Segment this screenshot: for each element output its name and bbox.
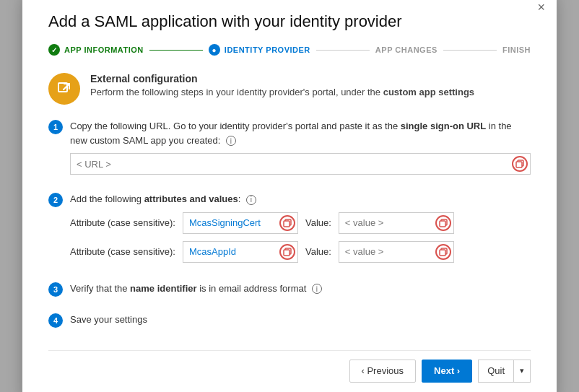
step-row-2: 2 Add the following attributes and value…: [48, 192, 531, 270]
close-button[interactable]: ×: [537, 1, 545, 14]
value-label-2: Value:: [305, 246, 331, 257]
attr-input-wrap-2: [183, 241, 298, 263]
svg-rect-5: [284, 250, 290, 256]
url-input-wrapper: [70, 153, 531, 175]
step-text-1: Copy the following URL. Go to your ident…: [70, 119, 531, 147]
step-label-finish: FINISH: [502, 45, 531, 54]
step-text-3: Verify that the name identifier is in em…: [70, 282, 531, 296]
svg-rect-6: [440, 250, 445, 256]
step-row-4: 4 Save your settings: [48, 313, 531, 333]
step-content-3: Verify that the name identifier is in em…: [70, 282, 531, 302]
attr-label-2: Attribute (case sensitive):: [70, 246, 175, 257]
attr-label-1: Attribute (case sensitive):: [70, 217, 175, 228]
value-input-wrap-2: [339, 241, 454, 263]
step-line-1: [149, 50, 203, 51]
section-header: External configuration Perform the follo…: [48, 73, 531, 105]
value-label-1: Value:: [305, 217, 331, 228]
step-row-3: 3 Verify that the name identifier is in …: [48, 282, 531, 302]
quit-button[interactable]: Quit: [478, 360, 513, 383]
step-label-app-information: APP INFORMATION: [64, 45, 144, 54]
modal-title: Add a SAML application with your identit…: [48, 12, 531, 31]
stepper: ✓ APP INFORMATION ● IDENTITY PROVIDER AP…: [48, 44, 531, 56]
step-row-1: 1 Copy the following URL. Go to your ide…: [48, 119, 531, 180]
step-label-app-changes: APP CHANGES: [375, 45, 437, 54]
url-input-row: [70, 153, 531, 175]
step-num-3: 3: [48, 282, 63, 297]
value-copy-button-1[interactable]: [435, 215, 451, 231]
url-input[interactable]: [70, 153, 531, 175]
attr-input-wrap-1: [183, 212, 298, 234]
attr-row-2: Attribute (case sensitive): Value:: [70, 241, 531, 263]
step-content-1: Copy the following URL. Go to your ident…: [70, 119, 531, 180]
external-config-icon: [48, 73, 80, 105]
step-icon-identity-provider: ●: [209, 44, 220, 56]
step-text-2: Add the following attributes and values:…: [70, 192, 531, 206]
step-identity-provider: ● IDENTITY PROVIDER: [209, 44, 310, 56]
step-num-2: 2: [48, 193, 63, 207]
attr-copy-button-1[interactable]: [279, 215, 295, 231]
svg-rect-2: [516, 162, 522, 167]
quit-split-button: Quit ▾: [478, 360, 531, 383]
step-label-identity-provider: IDENTITY PROVIDER: [225, 45, 310, 54]
step-finish: FINISH: [502, 45, 531, 54]
svg-rect-3: [284, 221, 290, 227]
quit-arrow-button[interactable]: ▾: [513, 360, 531, 383]
value-input-wrap-1: [339, 212, 454, 234]
svg-rect-4: [440, 221, 445, 227]
attr-copy-button-2[interactable]: [279, 244, 295, 260]
info-icon-1[interactable]: i: [226, 136, 236, 146]
modal-dialog: × Add a SAML application with your ident…: [22, 0, 557, 392]
info-icon-3[interactable]: i: [312, 284, 322, 294]
step-num-4: 4: [48, 313, 63, 328]
url-copy-button[interactable]: [512, 156, 528, 172]
modal-overlay: × Add a SAML application with your ident…: [0, 0, 579, 392]
step-line-3: [443, 50, 497, 51]
section-description: Perform the following steps in your iden…: [90, 87, 474, 97]
section-title: External configuration: [90, 73, 474, 84]
step-content-2: Add the following attributes and values:…: [70, 192, 531, 270]
attr-row-1: Attribute (case sensitive): Value:: [70, 212, 531, 234]
step-icon-app-information: ✓: [48, 44, 60, 56]
step-content-4: Save your settings: [70, 313, 531, 333]
step-app-changes: APP CHANGES: [375, 45, 437, 54]
previous-button[interactable]: ‹ Previous: [349, 360, 417, 383]
modal-footer: ‹ Previous Next › Quit ▾: [48, 350, 531, 383]
step-app-information: ✓ APP INFORMATION: [48, 44, 144, 56]
step-num-1: 1: [48, 120, 63, 134]
step-line-2: [316, 50, 370, 51]
info-icon-2[interactable]: i: [246, 195, 256, 205]
section-text: External configuration Perform the follo…: [90, 73, 474, 97]
step-text-4: Save your settings: [70, 313, 531, 327]
next-button[interactable]: Next ›: [422, 360, 472, 383]
value-copy-button-2[interactable]: [435, 244, 451, 260]
